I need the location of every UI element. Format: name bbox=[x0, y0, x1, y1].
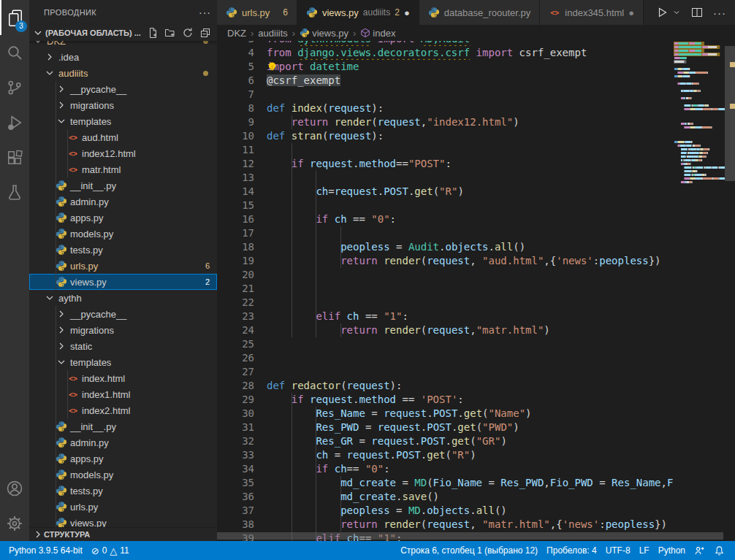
code-line-32[interactable]: 32 Res_GR = request.POST.get("GR") bbox=[217, 434, 674, 448]
line-number[interactable]: 35 bbox=[217, 476, 254, 490]
line-number[interactable]: 7 bbox=[217, 88, 254, 101]
breadcrumb-item-audiiits[interactable]: audiiits bbox=[258, 28, 287, 39]
tree-item-models.py[interactable]: models.py bbox=[29, 226, 217, 242]
vertical-scrollbar[interactable] bbox=[725, 41, 735, 541]
tree-item-admin.py[interactable]: admin.py bbox=[29, 434, 217, 450]
more-actions-button[interactable]: ··· bbox=[713, 7, 726, 19]
refresh-button[interactable] bbox=[182, 27, 194, 39]
tree-item-index12.html[interactable]: <>index12.html bbox=[29, 145, 217, 161]
tree-item-__init__.py[interactable]: __init__.py bbox=[29, 418, 217, 434]
dirty-indicator[interactable]: ● bbox=[628, 8, 634, 18]
line-number[interactable]: 17 bbox=[217, 226, 254, 240]
line-number[interactable]: 32 bbox=[217, 434, 254, 448]
line-number[interactable]: 34 bbox=[217, 462, 254, 476]
line-number[interactable]: 9 bbox=[217, 115, 254, 129]
line-number[interactable]: 30 bbox=[217, 407, 254, 421]
activity-item-source-control[interactable] bbox=[0, 70, 29, 105]
lightbulb-icon[interactable] bbox=[267, 61, 278, 72]
tree-item-urls.py[interactable]: urls.py6 bbox=[29, 258, 217, 274]
line-number[interactable]: 28 bbox=[217, 379, 254, 393]
line-number[interactable]: 16 bbox=[217, 212, 254, 226]
tree-item-migrations[interactable]: migrations bbox=[29, 322, 217, 338]
code-line-25[interactable]: 25 bbox=[217, 337, 674, 351]
tree-item-__pycache__[interactable]: __pycache__ bbox=[29, 81, 217, 97]
tree-item-static[interactable]: static bbox=[29, 338, 217, 354]
eol-status[interactable]: LF bbox=[635, 545, 654, 556]
python-interpreter-status[interactable]: Python 3.9.5 64-bit bbox=[4, 545, 87, 556]
line-number[interactable]: 26 bbox=[217, 351, 254, 365]
code-line-20[interactable]: 20 bbox=[217, 268, 674, 282]
dirty-indicator[interactable]: ● bbox=[404, 8, 410, 18]
line-number[interactable]: 8 bbox=[217, 101, 254, 115]
line-number[interactable]: 19 bbox=[217, 254, 254, 268]
activity-item-search[interactable] bbox=[0, 35, 29, 70]
tree-item-admin.py[interactable]: admin.py bbox=[29, 193, 217, 210]
code-line-10[interactable]: 10def stran(request): bbox=[217, 129, 674, 143]
tree-item-DKZ[interactable]: DKZ bbox=[29, 41, 217, 49]
activity-item-account[interactable] bbox=[0, 471, 29, 506]
line-number[interactable]: 14 bbox=[217, 185, 254, 199]
tree-item-tests.py[interactable]: tests.py bbox=[29, 242, 217, 258]
line-number[interactable]: 29 bbox=[217, 393, 254, 407]
code-line-5[interactable]: 5import datetime bbox=[217, 60, 674, 74]
code-line-26[interactable]: 26 bbox=[217, 351, 674, 365]
run-dropdown-button[interactable] bbox=[672, 7, 681, 18]
tree-item-index2.html[interactable]: <>index2.html bbox=[29, 402, 217, 418]
line-number[interactable]: 4 bbox=[217, 46, 254, 60]
horizontal-scrollbar-thumb[interactable] bbox=[217, 532, 723, 540]
outline-section-header[interactable]: СТРУКТУРА bbox=[29, 527, 217, 541]
code-line-17[interactable]: 17 bbox=[217, 226, 674, 240]
explorer-more-actions-button[interactable]: ··· bbox=[199, 7, 211, 18]
code-line-7[interactable]: 7 bbox=[217, 88, 674, 101]
code-line-9[interactable]: 9 return render(request,"index12.html") bbox=[217, 115, 674, 129]
tree-item-.idea[interactable]: .idea bbox=[29, 49, 217, 65]
line-number[interactable]: 21 bbox=[217, 282, 254, 296]
code-line-22[interactable]: 22 bbox=[217, 296, 674, 310]
code-line-24[interactable]: 24 return render(request,"matr.html") bbox=[217, 323, 674, 337]
indentation-status[interactable]: Пробелов: 4 bbox=[542, 545, 601, 556]
code-line-33[interactable]: 33 ch = request.POST.get("R") bbox=[217, 448, 674, 462]
code-line-3[interactable]: 3from aythh.models import MD,Audit bbox=[217, 41, 674, 46]
tab-urls.py[interactable]: urls.py6 bbox=[217, 0, 297, 25]
problems-status[interactable]: ⊘ 0 △ 11 bbox=[87, 545, 134, 556]
line-number[interactable]: 24 bbox=[217, 323, 254, 337]
tab-database_roouter.py[interactable]: database_roouter.py bbox=[419, 0, 541, 25]
code-line-13[interactable]: 13 bbox=[217, 171, 674, 185]
line-number[interactable]: 10 bbox=[217, 129, 254, 143]
new-folder-button[interactable] bbox=[164, 27, 176, 39]
collapse-all-button[interactable] bbox=[199, 27, 211, 39]
code-line-23[interactable]: 23 elif ch == "1": bbox=[217, 310, 674, 323]
code-line-18[interactable]: 18 peopless = Audit.objects.all() bbox=[217, 240, 674, 254]
encoding-status[interactable]: UTF-8 bbox=[601, 545, 635, 556]
tree-item-templates[interactable]: templates bbox=[29, 113, 217, 129]
line-number[interactable]: 38 bbox=[217, 518, 254, 532]
code-line-4[interactable]: 4from django.views.decorators.csrf impor… bbox=[217, 46, 674, 60]
tree-item-urls.py[interactable]: urls.py bbox=[29, 499, 217, 515]
line-number[interactable]: 3 bbox=[217, 41, 254, 46]
tree-item-index1.html[interactable]: <>index1.html bbox=[29, 386, 217, 402]
notifications-button[interactable] bbox=[709, 545, 729, 556]
line-number[interactable]: 27 bbox=[217, 365, 254, 379]
line-number[interactable]: 31 bbox=[217, 421, 254, 434]
tree-item-tests.py[interactable]: tests.py bbox=[29, 483, 217, 499]
code-line-34[interactable]: 34 if ch== "0": bbox=[217, 462, 674, 476]
code-line-21[interactable]: 21 bbox=[217, 282, 674, 296]
minimap[interactable] bbox=[674, 41, 725, 541]
tree-item-__pycache__[interactable]: __pycache__ bbox=[29, 306, 217, 322]
tab-index345.html[interactable]: <>index345.html● bbox=[540, 0, 644, 25]
activity-item-extensions[interactable] bbox=[0, 140, 29, 175]
code-line-35[interactable]: 35 md_create = MD(Fio_Name = Res_PWD,Fio… bbox=[217, 476, 674, 490]
tree-item-apps.py[interactable]: apps.py bbox=[29, 450, 217, 467]
tree-item-aud.html[interactable]: <>aud.html bbox=[29, 129, 217, 145]
run-button[interactable] bbox=[656, 7, 668, 18]
tree-item-aythh[interactable]: aythh bbox=[29, 290, 217, 306]
line-number[interactable]: 13 bbox=[217, 171, 254, 185]
tab-views.py[interactable]: views.pyaudiiits2● bbox=[297, 0, 419, 25]
code-line-15[interactable]: 15 bbox=[217, 199, 674, 212]
line-number[interactable]: 5 bbox=[217, 60, 254, 74]
workspace-section-header[interactable]: (РАБОЧАЯ ОБЛАСТЬ) ... bbox=[29, 25, 217, 41]
tree-item-views.py[interactable]: views.py2 bbox=[29, 274, 217, 290]
activity-item-testing[interactable] bbox=[0, 175, 29, 210]
code-line-6[interactable]: 6@csrf_exempt bbox=[217, 74, 674, 88]
code-line-27[interactable]: 27 bbox=[217, 365, 674, 379]
